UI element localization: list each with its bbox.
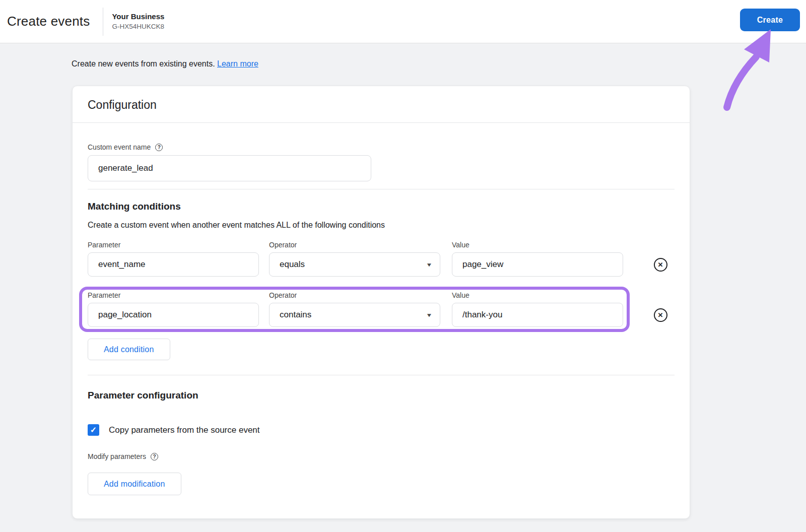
remove-circle-icon: ✕ (654, 308, 667, 322)
parameter-label: Parameter (88, 291, 259, 299)
condition-fields: Parameter Operator equals ▼ Value (88, 241, 623, 277)
intro-sentence: Create new events from existing events. (72, 59, 215, 68)
create-button[interactable]: Create (740, 9, 800, 31)
value-label: Value (452, 241, 623, 249)
value-label: Value (452, 291, 623, 299)
value-field: Value (452, 291, 623, 327)
section-divider (88, 375, 675, 375)
modify-parameters-label: Modify parameters (88, 452, 146, 460)
card-body: Custom event name ? Matching conditions … (73, 143, 690, 518)
value-input[interactable] (452, 303, 623, 327)
card-header-divider (73, 122, 690, 123)
page-title: Create events (7, 14, 90, 29)
operator-label: Operator (269, 291, 440, 299)
property-id: G-HX54HUKCK8 (112, 22, 164, 31)
operator-label: Operator (269, 241, 440, 249)
help-icon[interactable]: ? (151, 453, 158, 460)
parameter-input[interactable] (88, 252, 259, 277)
operator-field: Operator contains ▼ (269, 291, 440, 327)
condition-fields: Parameter Operator contains ▼ Value (88, 291, 623, 327)
custom-event-name-input[interactable] (88, 155, 371, 181)
operator-selected-value: equals (280, 259, 305, 270)
property-switcher: Your Business G-HX54HUKCK8 (112, 12, 164, 31)
matching-conditions-title: Matching conditions (88, 201, 675, 212)
operator-select[interactable]: contains ▼ (269, 303, 440, 327)
chevron-down-icon: ▼ (426, 312, 432, 318)
value-field: Value (452, 241, 623, 277)
top-bar: Create events Your Business G-HX54HUKCK8… (0, 0, 806, 43)
parameter-field: Parameter (88, 291, 259, 327)
custom-event-name-label-row: Custom event name ? (88, 143, 675, 151)
chevron-down-icon: ▼ (426, 262, 432, 268)
copy-parameters-row: ✓ Copy parameters from the source event (88, 424, 675, 436)
card-header: Configuration (73, 86, 690, 112)
header-divider (103, 8, 103, 36)
parameter-input[interactable] (88, 303, 259, 327)
checkmark-icon: ✓ (90, 426, 97, 434)
configuration-card: Configuration Custom event name ? Matchi… (72, 86, 690, 519)
add-condition-button[interactable]: Add condition (88, 339, 170, 360)
property-name: Your Business (112, 12, 164, 21)
help-icon[interactable]: ? (155, 144, 163, 151)
remove-condition-button[interactable]: ✕ (653, 308, 667, 322)
section-divider (88, 189, 675, 189)
add-modification-button[interactable]: Add modification (88, 473, 181, 495)
custom-event-name-label: Custom event name (88, 143, 151, 151)
parameter-field: Parameter (88, 241, 259, 277)
copy-parameters-checkbox[interactable]: ✓ (88, 424, 99, 436)
copy-parameters-label: Copy parameters from the source event (109, 425, 260, 435)
card-title: Configuration (88, 98, 675, 112)
parameter-label: Parameter (88, 241, 259, 249)
operator-select[interactable]: equals ▼ (269, 252, 440, 277)
operator-selected-value: contains (280, 310, 311, 320)
operator-field: Operator equals ▼ (269, 241, 440, 277)
remove-condition-button[interactable]: ✕ (653, 257, 667, 272)
parameter-configuration-title: Parameter configuration (88, 390, 675, 401)
custom-event-name-field: Custom event name ? (88, 143, 675, 181)
condition-row: Parameter Operator equals ▼ Value ✕ (88, 241, 675, 277)
condition-row: Parameter Operator contains ▼ Value ✕ (88, 291, 675, 327)
modify-parameters-row: Modify parameters ? (88, 452, 675, 460)
remove-circle-icon: ✕ (654, 258, 667, 272)
value-input[interactable] (452, 252, 623, 277)
matching-conditions-subtitle: Create a custom event when another event… (88, 221, 675, 230)
learn-more-link[interactable]: Learn more (217, 59, 258, 68)
intro-text: Create new events from existing events. … (72, 59, 806, 69)
